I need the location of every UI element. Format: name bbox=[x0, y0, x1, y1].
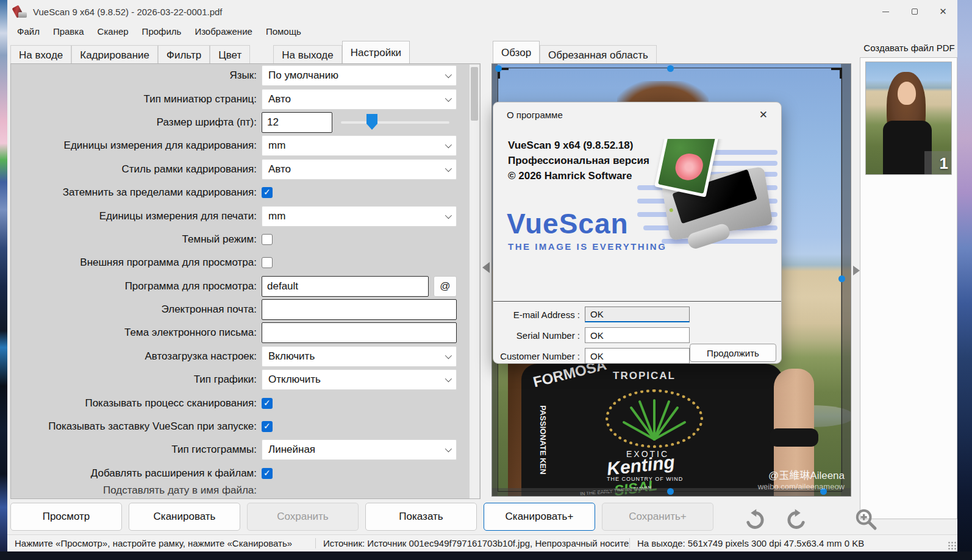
chevron-down-icon bbox=[445, 165, 452, 172]
chevron-down-icon bbox=[445, 211, 452, 218]
status-output: На выходе: 561x749 pixels 300 dpi 47.5x6… bbox=[629, 538, 957, 548]
email-field[interactable] bbox=[262, 299, 457, 320]
vuescan-logo: VueScan bbox=[507, 207, 629, 240]
field-label: Размер шрифта (пт): bbox=[11, 116, 262, 129]
vuescan-window: VueScan 9 x64 (9.8.52) - 2026-03-22-0001… bbox=[7, 0, 957, 551]
external-viewer-checkbox[interactable] bbox=[262, 257, 273, 268]
continue-button[interactable]: Продолжить bbox=[690, 344, 776, 362]
maximize-button[interactable] bbox=[900, 0, 929, 23]
tab-crop[interactable]: Кадрирование bbox=[71, 45, 158, 66]
preview-button[interactable]: Просмотр bbox=[10, 503, 122, 531]
email-address-input[interactable] bbox=[585, 307, 690, 322]
save-plus-button[interactable]: Сохранить+ bbox=[602, 503, 713, 531]
menu-scanner[interactable]: Сканер bbox=[91, 24, 135, 39]
chevron-down-icon bbox=[445, 375, 452, 382]
scan-plus-button[interactable]: Сканировать+ bbox=[484, 503, 595, 531]
thumbnail-type-select[interactable]: Авто bbox=[262, 89, 457, 110]
minimize-button[interactable] bbox=[871, 0, 900, 23]
tab-prefs[interactable]: Настройки bbox=[342, 41, 410, 63]
crop-handle-bottomcenter[interactable] bbox=[667, 488, 674, 495]
menu-profile[interactable]: Профиль bbox=[135, 24, 188, 39]
collapse-left-arrow-icon[interactable] bbox=[482, 262, 490, 273]
show-scan-progress-checkbox[interactable] bbox=[262, 398, 273, 409]
field-label: Стиль рамки кадрирования: bbox=[11, 163, 262, 175]
slider-thumb-icon[interactable] bbox=[366, 114, 377, 130]
field-label: Автозагрузка настроек: bbox=[11, 350, 262, 363]
crop-handle-topcenter[interactable] bbox=[667, 65, 674, 72]
browse-program-button[interactable]: @ bbox=[434, 276, 457, 297]
field-label: Язык: bbox=[11, 69, 262, 82]
page-number: 1 bbox=[940, 154, 948, 173]
save-button[interactable]: Сохранить bbox=[247, 503, 359, 531]
app-icon bbox=[13, 5, 27, 18]
field-label: Программа для просмотра: bbox=[11, 280, 262, 292]
dark-mode-checkbox[interactable] bbox=[262, 234, 273, 245]
page-thumbnail[interactable]: 1 bbox=[865, 62, 952, 175]
menu-edit[interactable]: Правка bbox=[46, 24, 91, 39]
field-label-clipped: Подставлять дату в имя файла: bbox=[11, 485, 262, 496]
tab-cropped-area[interactable]: Обрезанная область bbox=[540, 45, 657, 66]
rotate-cw-icon bbox=[785, 508, 808, 530]
collapse-right-arrow-icon[interactable] bbox=[853, 266, 860, 275]
chevron-down-icon bbox=[445, 95, 452, 102]
chevron-down-icon bbox=[445, 352, 452, 359]
rotate-right-button[interactable] bbox=[781, 507, 812, 531]
field-label: Тип гистограммы: bbox=[11, 444, 262, 456]
settings-tabs: На входе Кадрирование Фильтр Цвет На вых… bbox=[10, 41, 410, 63]
email-subject-field[interactable] bbox=[262, 322, 457, 343]
darken-outside-crop-checkbox[interactable] bbox=[262, 187, 273, 198]
graph-type-select[interactable]: Отключить bbox=[262, 369, 457, 390]
field-label: Единицы измерения для кадрирования: bbox=[11, 140, 262, 152]
field-label: Тема электронного письма: bbox=[11, 327, 262, 339]
preview-tabs: Обзор Обрезанная область bbox=[493, 41, 657, 63]
desktop-background-right bbox=[957, 0, 972, 551]
field-label: Показывать процесс сканирования: bbox=[11, 397, 262, 409]
about-dialog: О программе ✕ VueScan 9 x64 (9.8.52.18) … bbox=[493, 102, 782, 364]
dialog-title: О программе bbox=[507, 110, 563, 120]
show-button[interactable]: Показать bbox=[365, 503, 477, 531]
autoload-settings-select[interactable]: Включить bbox=[262, 346, 457, 367]
tab-color[interactable]: Цвет bbox=[210, 45, 250, 66]
maximize-icon bbox=[912, 9, 918, 15]
dialog-separator bbox=[493, 301, 781, 302]
print-units-select[interactable]: mm bbox=[262, 206, 457, 227]
rotate-left-button[interactable] bbox=[739, 507, 771, 531]
customer-number-input[interactable] bbox=[585, 348, 690, 364]
file-extensions-checkbox[interactable] bbox=[262, 468, 273, 479]
resize-grip[interactable] bbox=[948, 541, 956, 550]
tab-preview[interactable]: Обзор bbox=[493, 41, 540, 63]
field-label: Тип графики: bbox=[11, 374, 262, 386]
version-info: VueScan 9 x64 (9.8.52.18) Профессиональн… bbox=[508, 138, 649, 183]
customer-number-label: Customer Number : bbox=[493, 351, 585, 361]
zoom-in-button[interactable] bbox=[850, 507, 882, 531]
titlebar[interactable]: VueScan 9 x64 (9.8.52) - 2026-03-22-0001… bbox=[7, 0, 957, 23]
menu-image[interactable]: Изображение bbox=[188, 24, 259, 39]
viewer-program-input[interactable] bbox=[262, 276, 429, 297]
scrollbar-thumb[interactable] bbox=[471, 67, 478, 121]
crop-units-select[interactable]: mm bbox=[262, 135, 457, 156]
language-select[interactable]: По умолчанию bbox=[262, 65, 457, 86]
menu-help[interactable]: Помощь bbox=[259, 24, 308, 39]
status-source: Источник: Источник 001ec949f797161703b10… bbox=[315, 538, 629, 548]
serial-number-input[interactable] bbox=[585, 327, 690, 343]
tab-output[interactable]: На выходе bbox=[273, 45, 341, 66]
crop-handle-topleft[interactable] bbox=[495, 65, 502, 72]
font-size-slider[interactable] bbox=[341, 121, 449, 124]
form-scrollbar[interactable] bbox=[470, 65, 479, 499]
menu-file[interactable]: Файл bbox=[10, 24, 46, 39]
font-size-input[interactable] bbox=[262, 112, 332, 133]
tab-input[interactable]: На входе bbox=[10, 45, 71, 66]
tab-filter[interactable]: Фильтр bbox=[158, 45, 210, 66]
show-splash-checkbox[interactable] bbox=[262, 421, 273, 432]
field-label: Внешняя программа для просмотра: bbox=[11, 257, 262, 269]
crop-frame-style-select[interactable]: Авто bbox=[262, 159, 457, 180]
close-button[interactable]: ✕ bbox=[929, 0, 957, 23]
crop-handle-midright[interactable] bbox=[838, 275, 845, 282]
status-bar: Нажмите «Просмотр», настройте рамку, наж… bbox=[7, 534, 957, 551]
menubar: Файл Правка Сканер Профиль Изображение П… bbox=[10, 23, 308, 40]
chevron-down-icon bbox=[445, 71, 452, 78]
scan-button[interactable]: Сканировать bbox=[129, 503, 240, 531]
histogram-type-select[interactable]: Линейная bbox=[262, 439, 457, 460]
dialog-close-icon[interactable]: ✕ bbox=[756, 107, 771, 122]
status-hint: Нажмите «Просмотр», настройте рамку, наж… bbox=[7, 538, 315, 548]
